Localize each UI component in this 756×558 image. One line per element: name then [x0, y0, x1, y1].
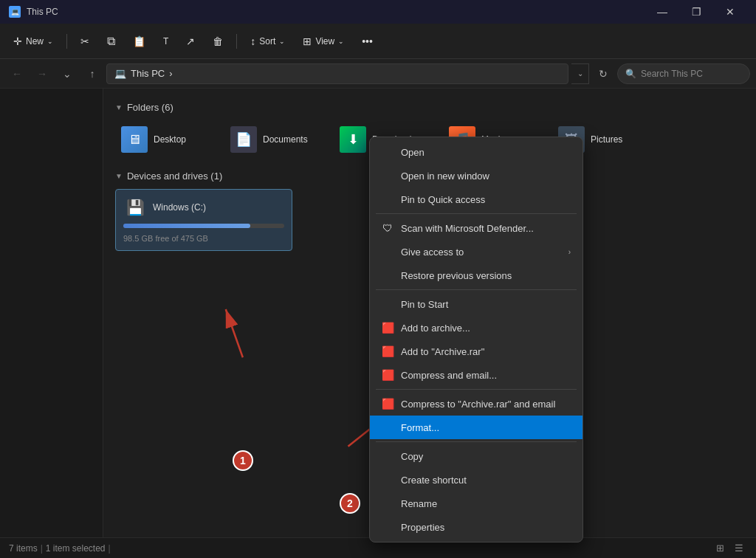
sidebar — [0, 89, 103, 537]
toolbar-sep-1 — [66, 34, 67, 49]
delete-button[interactable]: 🗑 — [205, 29, 230, 54]
ctx-item-restore-versions[interactable]: Restore previous versions — [370, 264, 583, 287]
view-icon: ⊞ — [303, 35, 312, 47]
drive-header: 💾 Windows (C:) — [123, 196, 284, 219]
ctx-icon-scan-defender: 🛡 — [382, 222, 394, 234]
folders-title: Folders (6) — [127, 102, 173, 113]
folder-documents[interactable]: 📄 Documents — [224, 120, 328, 159]
title-bar-controls: — ❐ ✕ — [645, 0, 747, 24]
ctx-label-compress-email: Compress and email... — [401, 370, 497, 381]
status-right: ⊞ ☰ — [712, 541, 747, 556]
ctx-item-create-shortcut[interactable]: Create shortcut — [370, 468, 583, 492]
downloads-icon: ⬇ — [340, 126, 366, 153]
status-divider-1: | — [41, 543, 43, 554]
search-placeholder: Search This PC — [641, 69, 703, 79]
cut-button[interactable]: ✂ — [73, 29, 97, 54]
address-bar: ← → ⌄ ↑ 💻 This PC › ⌄ ↻ 🔍 Search This PC — [0, 59, 756, 89]
ctx-item-open-new-window[interactable]: Open in new window — [370, 164, 583, 187]
sort-icon: ↕ — [250, 35, 255, 47]
ctx-item-scan-defender[interactable]: 🛡Scan with Microsoft Defender... — [370, 216, 583, 240]
path-text: This PC — [131, 68, 165, 79]
ctx-label-open: Open — [401, 147, 425, 158]
refresh-button[interactable]: ↻ — [592, 63, 614, 85]
new-button[interactable]: ✛ New ⌄ — [6, 29, 61, 54]
maximize-button[interactable]: ❐ — [679, 0, 713, 24]
search-box[interactable]: 🔍 Search This PC — [617, 63, 750, 84]
new-dropdown-icon: ⌄ — [47, 38, 53, 45]
ctx-icon-compress-email: 🟥 — [382, 369, 394, 381]
drives-chevron: ▼ — [115, 172, 123, 180]
window-title: This PC — [27, 7, 58, 17]
folders-chevron: ▼ — [115, 103, 123, 111]
drive-c[interactable]: 💾 Windows (C:) 98.5 GB free of 475 GB — [115, 189, 292, 251]
close-button[interactable]: ✕ — [713, 0, 747, 24]
rename-icon: T — [163, 36, 168, 46]
ctx-item-compress-email-rar[interactable]: 🟥Compress to "Archive.rar" and email — [370, 392, 583, 416]
annotation-circle-1: 1 — [233, 450, 253, 471]
sort-label: Sort — [259, 36, 275, 46]
ctx-item-rename[interactable]: Rename — [370, 492, 583, 515]
selected-text: 1 item selected — [46, 543, 106, 554]
paste-button[interactable]: 📋 — [126, 29, 153, 54]
ctx-separator-copy — [376, 441, 577, 442]
ctx-item-pin-quick[interactable]: Pin to Quick access — [370, 187, 583, 211]
drive-bar-container — [123, 224, 284, 228]
ctx-item-open[interactable]: Open — [370, 140, 583, 164]
copy-button[interactable]: ⧉ — [100, 29, 123, 54]
grid-view-button[interactable]: ⊞ — [712, 541, 728, 556]
dropdown-button[interactable]: ⌄ — [56, 63, 78, 85]
minimize-button[interactable]: — — [645, 0, 679, 24]
desktop-icon: 🖥 — [121, 126, 148, 153]
ctx-label-rename: Rename — [401, 498, 437, 509]
ctx-item-copy[interactable]: Copy — [370, 444, 583, 468]
path-icon: 💻 — [114, 68, 126, 79]
drive-bar — [123, 224, 250, 228]
back-button[interactable]: ← — [6, 63, 28, 85]
more-button[interactable]: ••• — [354, 29, 380, 54]
folder-desktop[interactable]: 🖥 Desktop — [115, 120, 219, 159]
address-path[interactable]: 💻 This PC › — [106, 63, 568, 84]
path-separator: › — [169, 68, 172, 79]
ctx-item-format[interactable]: Format... — [370, 416, 583, 439]
ctx-label-add-archive: Add to archive... — [401, 323, 470, 334]
new-icon: ✛ — [13, 35, 22, 47]
toolbar: ✛ New ⌄ ✂ ⧉ 📋 T ↗ 🗑 ↕ Sort ⌄ ⊞ View ⌄ ••… — [0, 24, 756, 59]
item-count: 7 items — [9, 543, 38, 554]
sort-dropdown-icon: ⌄ — [279, 38, 285, 45]
annotation-2: 2 — [340, 493, 360, 514]
ctx-label-format: Format... — [401, 422, 439, 433]
address-dropdown[interactable]: ⌄ — [571, 63, 589, 84]
drives-title: Devices and drives (1) — [127, 170, 222, 182]
title-bar: 💻 This PC — ❐ ✕ — [0, 0, 756, 24]
ctx-separator-compress-email-rar — [376, 389, 577, 390]
new-label: New — [26, 36, 44, 46]
ctx-label-properties: Properties — [401, 522, 444, 533]
toolbar-sep-2 — [236, 34, 237, 49]
sort-button[interactable]: ↕ Sort ⌄ — [243, 29, 292, 54]
view-button[interactable]: ⊞ View ⌄ — [295, 29, 351, 54]
desktop-label: Desktop — [154, 134, 186, 145]
ctx-item-add-archive[interactable]: 🟥Add to archive... — [370, 316, 583, 340]
ctx-arrow-give-access: › — [568, 248, 571, 256]
ctx-item-pin-start[interactable]: Pin to Start — [370, 292, 583, 316]
ctx-item-give-access[interactable]: Give access to› — [370, 240, 583, 264]
ctx-icon-compress-email-rar: 🟥 — [382, 398, 394, 410]
ctx-separator-scan-defender — [376, 213, 577, 214]
ctx-item-add-archive-rar[interactable]: 🟥Add to "Archive.rar" — [370, 340, 583, 363]
copy-icon: ⧉ — [107, 35, 115, 48]
ctx-icon-add-archive-rar: 🟥 — [382, 345, 394, 357]
ctx-label-copy: Copy — [401, 451, 423, 462]
rename-button[interactable]: T — [156, 29, 176, 54]
ctx-label-create-shortcut: Create shortcut — [401, 475, 467, 486]
share-button[interactable]: ↗ — [179, 29, 202, 54]
forward-button[interactable]: → — [31, 63, 53, 85]
up-button[interactable]: ↑ — [81, 63, 103, 85]
ctx-icon-add-archive: 🟥 — [382, 322, 394, 334]
search-icon: 🔍 — [625, 69, 636, 79]
list-view-button[interactable]: ☰ — [731, 541, 747, 556]
ctx-item-properties[interactable]: Properties — [370, 515, 583, 539]
documents-label: Documents — [263, 134, 308, 145]
annotation-1: 1 — [233, 450, 253, 471]
ctx-item-compress-email[interactable]: 🟥Compress and email... — [370, 363, 583, 387]
drive-name: Windows (C:) — [153, 202, 206, 213]
